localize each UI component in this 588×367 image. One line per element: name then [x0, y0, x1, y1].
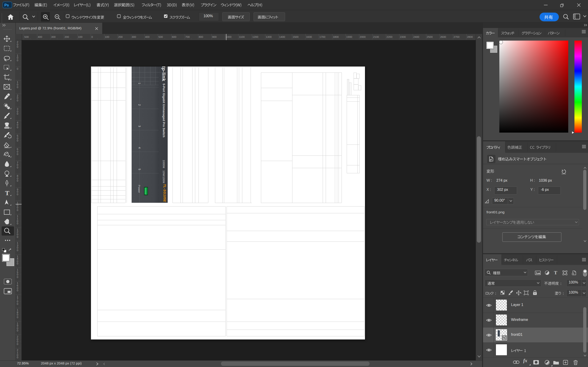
- svg-text:1900: 1900: [346, 35, 352, 38]
- svg-text:tp-link: tp-link: [161, 67, 166, 81]
- svg-text:0: 0: [17, 67, 18, 70]
- svg-text:1800: 1800: [333, 35, 339, 38]
- svg-text:500: 500: [24, 35, 29, 38]
- svg-text:0: 0: [17, 289, 18, 292]
- svg-text:5-Port Gigabit Unmanaged Pro S: 5-Port Gigabit Unmanaged Pro Switch: [162, 83, 166, 137]
- svg-text:200: 200: [118, 35, 123, 38]
- svg-text:400: 400: [145, 35, 149, 38]
- svg-text:0: 0: [17, 276, 18, 278]
- svg-text:200: 200: [65, 35, 69, 38]
- svg-text:TL-SG105E: TL-SG105E: [163, 184, 166, 202]
- svg-text:1000: 1000: [225, 35, 232, 38]
- svg-text:0: 0: [17, 126, 18, 129]
- svg-text:2100: 2100: [373, 35, 379, 38]
- svg-text:1100: 1100: [239, 35, 245, 38]
- svg-text:0: 0: [17, 112, 18, 115]
- svg-text:0: 0: [17, 236, 18, 238]
- svg-text:2200: 2200: [387, 35, 393, 38]
- svg-text:Power: Power: [138, 185, 141, 193]
- svg-text:4: 4: [138, 147, 141, 149]
- svg-text:1000M: 1000M: [162, 160, 165, 168]
- svg-text:0: 0: [17, 329, 18, 332]
- svg-text:2700: 2700: [454, 35, 460, 38]
- svg-text:1400: 1400: [279, 35, 285, 38]
- svg-text:0: 0: [17, 262, 18, 265]
- svg-text:2400: 2400: [414, 35, 419, 38]
- svg-text:0: 0: [17, 222, 18, 225]
- svg-text:0: 0: [17, 179, 18, 182]
- svg-text:3: 3: [138, 125, 141, 127]
- svg-text:Ps: Ps: [4, 3, 9, 7]
- svg-text:300: 300: [132, 35, 136, 38]
- svg-text:10M/100M: 10M/100M: [162, 170, 165, 183]
- svg-text:500: 500: [158, 35, 163, 38]
- svg-text:0: 0: [17, 193, 18, 196]
- svg-text:1700: 1700: [320, 35, 326, 38]
- svg-text:900: 900: [212, 35, 216, 38]
- svg-text:0: 0: [91, 35, 93, 38]
- svg-text:300: 300: [51, 35, 56, 38]
- svg-text:0: 0: [17, 302, 18, 305]
- svg-text:T: T: [5, 190, 9, 196]
- svg-text:0: 0: [17, 153, 18, 156]
- svg-text:700: 700: [185, 35, 190, 38]
- svg-text:0: 0: [17, 45, 18, 48]
- svg-text:0: 0: [17, 86, 18, 89]
- svg-text:2800: 2800: [467, 35, 473, 38]
- svg-text:1300: 1300: [266, 35, 272, 38]
- svg-text:0: 0: [17, 59, 18, 62]
- svg-text:2600: 2600: [440, 35, 446, 38]
- svg-text:2000: 2000: [360, 35, 366, 38]
- svg-text:0: 0: [17, 166, 18, 169]
- svg-text:0: 0: [17, 316, 18, 319]
- svg-text:0: 0: [17, 356, 18, 359]
- svg-text:0: 0: [17, 99, 18, 102]
- svg-text:100: 100: [78, 35, 82, 38]
- svg-text:1500: 1500: [293, 35, 299, 38]
- svg-text:0: 0: [17, 343, 18, 345]
- svg-text:2: 2: [138, 104, 141, 106]
- svg-text:0: 0: [17, 209, 18, 211]
- svg-text:0: 0: [17, 249, 18, 252]
- svg-text:1: 1: [138, 83, 141, 84]
- svg-text:400: 400: [38, 35, 42, 38]
- svg-text:0: 0: [17, 139, 18, 142]
- svg-text:2500: 2500: [427, 35, 433, 38]
- svg-text:T: T: [554, 270, 557, 275]
- svg-text:1200: 1200: [252, 35, 258, 38]
- svg-text:2300: 2300: [400, 35, 406, 38]
- svg-text:100: 100: [105, 35, 109, 38]
- svg-text:1600: 1600: [306, 35, 312, 38]
- svg-text:800: 800: [199, 35, 203, 38]
- svg-text:5: 5: [138, 169, 141, 170]
- svg-text:600: 600: [172, 35, 176, 38]
